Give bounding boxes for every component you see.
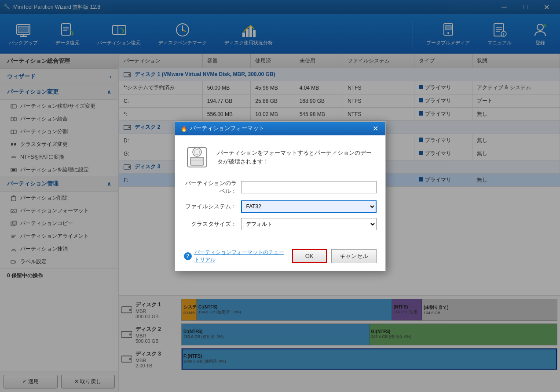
- dialog-title-icon: 🔥: [180, 125, 187, 132]
- dialog-fs-row: ファイルシステム： FAT32 NTFS FAT16 exFAT Ext2 Ex…: [184, 200, 377, 213]
- dialog-overlay: 🔥 パーティションフォーマット ✕ パーティションをフォーマットする: [0, 0, 560, 392]
- dialog-title-bar: 🔥 パーティションフォーマット ✕: [175, 122, 385, 135]
- dialog-warning-icon: [184, 144, 210, 171]
- dialog-title: パーティションフォーマット: [190, 124, 264, 132]
- dialog-ok-button[interactable]: OK: [292, 249, 327, 263]
- dialog-warning-row: パーティションをフォーマットするとパーティションのデータが破壊されます！: [184, 144, 377, 171]
- svg-rect-64: [190, 157, 204, 165]
- dialog-body: パーティションをフォーマットするとパーティションのデータが破壊されます！ パーテ…: [175, 135, 385, 244]
- dialog-cancel-button[interactable]: キャンセル: [331, 249, 377, 263]
- dialog-close-button[interactable]: ✕: [371, 124, 380, 133]
- dialog-help-link[interactable]: パーティションフォーマットのチュートリアル: [194, 249, 288, 264]
- svg-point-63: [193, 148, 201, 156]
- dialog-cluster-field-label: クラスタサイズ：: [184, 220, 241, 228]
- dialog-label-input[interactable]: [241, 181, 377, 193]
- dialog-label-row: パーティションのラベル：: [184, 179, 377, 195]
- dialog-footer: ? パーティションフォーマットのチュートリアル OK キャンセル: [175, 244, 385, 271]
- dialog-label-field-label: パーティションのラベル：: [184, 179, 241, 195]
- help-icon: ?: [184, 252, 192, 260]
- dialog-warning-text: パーティションをフォーマットするとパーティションのデータが破壊されます！: [217, 149, 377, 166]
- dialog-fs-select[interactable]: FAT32 NTFS FAT16 exFAT Ext2 Ext3 Ext4: [241, 200, 377, 213]
- dialog-cluster-select[interactable]: デフォルト 512 1024 2048 4096 8192: [241, 218, 377, 230]
- dialog-help: ? パーティションフォーマットのチュートリアル: [184, 249, 288, 264]
- dialog-cluster-row: クラスタサイズ： デフォルト 512 1024 2048 4096 8192: [184, 218, 377, 230]
- format-dialog: 🔥 パーティションフォーマット ✕ パーティションをフォーマットする: [175, 121, 386, 271]
- dialog-fs-field-label: ファイルシステム：: [184, 203, 241, 211]
